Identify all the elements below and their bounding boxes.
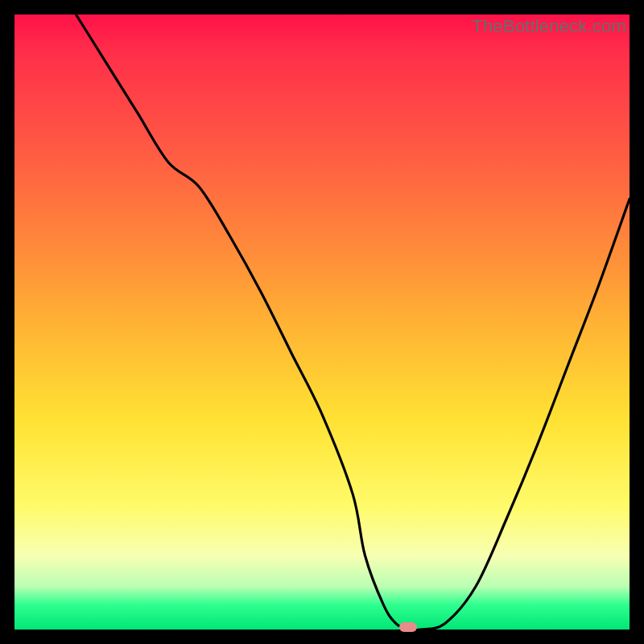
plot-area: TheBottleneck.com	[14, 14, 630, 630]
optimal-marker	[399, 622, 417, 632]
chart-frame: TheBottleneck.com	[0, 0, 644, 644]
bottleneck-curve	[14, 14, 630, 630]
